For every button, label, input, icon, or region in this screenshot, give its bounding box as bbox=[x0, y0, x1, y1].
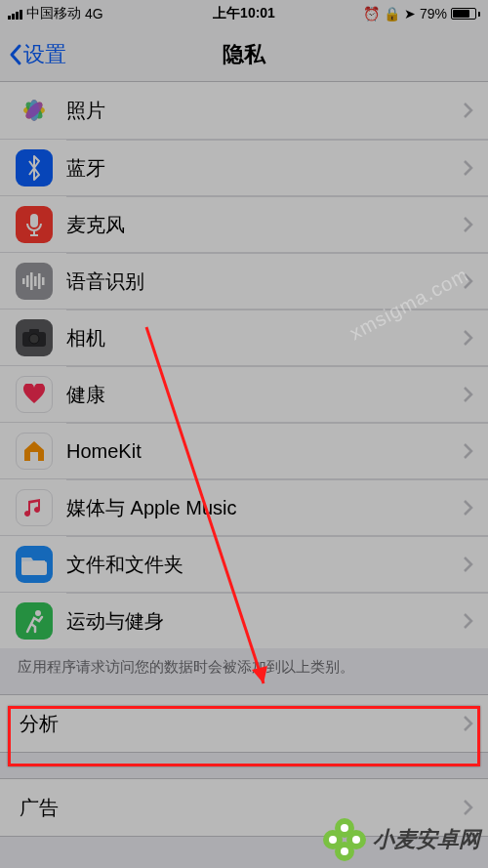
status-bar: 中国移动 4G 上午10:01 ⏰ 🔒 ➤ 79% bbox=[0, 0, 488, 27]
row-photos[interactable]: 照片 bbox=[0, 82, 488, 139]
row-analytics[interactable]: 分析 bbox=[0, 695, 488, 752]
signal-icon bbox=[8, 8, 22, 20]
row-microphone[interactable]: 麦克风 bbox=[0, 195, 488, 252]
svg-rect-10 bbox=[34, 276, 37, 286]
row-speech[interactable]: 语音识别 bbox=[0, 252, 488, 309]
bluetooth-icon bbox=[16, 149, 53, 186]
row-bluetooth[interactable]: 蓝牙 bbox=[0, 139, 488, 195]
row-label: HomeKit bbox=[66, 440, 463, 463]
svg-point-27 bbox=[352, 836, 360, 844]
svg-rect-8 bbox=[26, 275, 29, 287]
row-media[interactable]: 媒体与 Apple Music bbox=[0, 478, 488, 535]
row-label: 分析 bbox=[20, 711, 463, 737]
row-label: 相机 bbox=[66, 325, 463, 351]
svg-point-18 bbox=[35, 610, 41, 616]
chevron-right-icon bbox=[463, 612, 474, 630]
network-label: 4G bbox=[85, 6, 103, 21]
camera-icon bbox=[16, 319, 53, 356]
section-footer-note: 应用程序请求访问您的数据时会被添加到以上类别。 bbox=[0, 648, 488, 694]
svg-rect-16 bbox=[30, 452, 38, 461]
row-health[interactable]: 健康 bbox=[0, 365, 488, 422]
svg-point-14 bbox=[29, 334, 39, 344]
svg-point-26 bbox=[329, 836, 337, 844]
status-left: 中国移动 4G bbox=[8, 5, 103, 22]
chevron-right-icon bbox=[463, 715, 474, 732]
analytics-group: 分析 bbox=[0, 694, 488, 753]
speech-icon bbox=[16, 263, 53, 300]
row-homekit[interactable]: HomeKit bbox=[0, 422, 488, 478]
row-files[interactable]: 文件和文件夹 bbox=[0, 535, 488, 592]
battery-icon bbox=[451, 8, 480, 20]
lock-rotation-icon: 🔒 bbox=[384, 6, 400, 21]
row-ads[interactable]: 广告 bbox=[0, 779, 488, 836]
chevron-right-icon bbox=[463, 499, 474, 517]
row-label: 运动与健身 bbox=[66, 608, 463, 635]
status-right: ⏰ 🔒 ➤ 79% bbox=[363, 6, 480, 21]
chevron-right-icon bbox=[463, 216, 474, 233]
row-label: 健康 bbox=[66, 382, 463, 408]
svg-rect-11 bbox=[38, 273, 41, 289]
photos-icon bbox=[16, 92, 53, 129]
row-label: 语音识别 bbox=[66, 269, 463, 295]
row-activity[interactable]: 运动与健身 bbox=[0, 592, 488, 648]
homekit-icon bbox=[16, 433, 53, 470]
battery-pct: 79% bbox=[420, 6, 447, 21]
privacy-category-list: 照片 蓝牙 麦克风 bbox=[0, 82, 488, 648]
files-icon bbox=[16, 546, 53, 583]
chevron-right-icon bbox=[463, 159, 474, 177]
ads-group: 广告 bbox=[0, 778, 488, 837]
microphone-icon bbox=[16, 206, 53, 243]
chevron-right-icon bbox=[463, 102, 474, 119]
chevron-right-icon bbox=[463, 442, 474, 460]
carrier-label: 中国移动 bbox=[26, 5, 81, 22]
svg-point-24 bbox=[335, 842, 354, 861]
row-label: 文件和文件夹 bbox=[66, 552, 463, 578]
nav-bar: 设置 隐私 bbox=[0, 27, 488, 82]
back-button[interactable]: 设置 bbox=[8, 40, 66, 69]
row-label: 媒体与 Apple Music bbox=[66, 495, 463, 521]
alarm-icon: ⏰ bbox=[363, 6, 380, 21]
svg-rect-7 bbox=[22, 278, 25, 284]
location-icon: ➤ bbox=[404, 6, 416, 21]
chevron-right-icon bbox=[463, 556, 474, 573]
music-icon bbox=[16, 489, 53, 526]
svg-rect-6 bbox=[30, 214, 38, 227]
privacy-settings-screen: 中国移动 4G 上午10:01 ⏰ 🔒 ➤ 79% 设置 隐私 bbox=[0, 0, 488, 868]
chevron-right-icon bbox=[463, 272, 474, 290]
chevron-right-icon bbox=[463, 329, 474, 347]
svg-rect-15 bbox=[29, 329, 39, 333]
svg-rect-12 bbox=[42, 277, 45, 285]
chevron-right-icon bbox=[463, 799, 474, 816]
chevron-left-icon bbox=[8, 43, 23, 66]
chevron-right-icon bbox=[463, 386, 474, 403]
row-camera[interactable]: 相机 bbox=[0, 309, 488, 365]
page-title: 隐私 bbox=[223, 40, 265, 69]
row-label: 广告 bbox=[20, 795, 463, 821]
back-label: 设置 bbox=[23, 40, 66, 69]
svg-rect-17 bbox=[21, 561, 47, 575]
health-icon bbox=[16, 376, 53, 413]
clock-label: 上午10:01 bbox=[213, 5, 275, 22]
activity-icon bbox=[16, 602, 53, 640]
svg-rect-9 bbox=[30, 272, 33, 290]
row-label: 蓝牙 bbox=[66, 155, 463, 182]
row-label: 照片 bbox=[66, 98, 463, 124]
svg-point-28 bbox=[341, 847, 348, 855]
row-label: 麦克风 bbox=[66, 212, 463, 238]
